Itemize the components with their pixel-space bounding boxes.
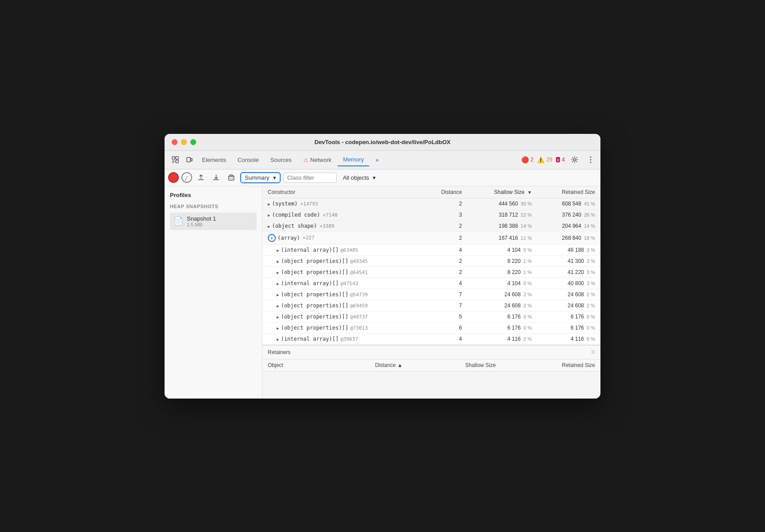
retainers-menu-icon[interactable]: ≡ [591,348,595,356]
minimize-button[interactable] [181,139,187,145]
constructor-id: @47543 [340,281,358,286]
upload-icon[interactable] [195,171,207,184]
col-constructor[interactable]: Constructor [262,186,422,198]
retained-size-cell: 4 1160 % [537,333,600,344]
constructor-cell: ▶(internal array)[]@39637 [262,333,422,344]
table-row[interactable]: ▶(object properties)[]@6454128 2201 %41 … [262,266,600,278]
table-row[interactable]: ▶(object properties)[]@4873756 1760 %6 1… [262,311,600,322]
tab-memory[interactable]: Memory [338,153,369,166]
all-objects-dropdown[interactable]: All objects ▾ [343,174,376,181]
tab-network[interactable]: ⚠Network [298,154,337,166]
shallow-size-pct: 0 % [523,314,532,319]
collect-garbage-icon[interactable] [225,171,238,184]
download-icon[interactable] [210,171,222,184]
constructor-name: (object properties)[] [281,258,348,264]
col-retained-size[interactable]: Retained Size [537,186,600,198]
toolbar-right: 🔴 2 ⚠️ 29 x 4 [521,153,597,166]
retained-size-pct: 18 % [584,235,595,241]
retained-size-pct: 0 % [587,325,595,330]
constructor-name: (object shape) [272,223,317,229]
table-row[interactable]: ▾(array)×2272167 41611 %268 84018 % [262,231,600,244]
distance-cell: 4 [422,333,467,344]
shallow-size-pct: 22 % [521,212,532,218]
child-expand-arrow-icon[interactable]: ▶ [277,315,279,319]
constructor-cell: ▶(object properties)[]@73013 [262,322,422,333]
heap-table[interactable]: Constructor Distance Shallow Size ▼ Reta… [262,186,600,345]
table-row[interactable]: ▶(object properties)[]@4934528 2201 %41 … [262,255,600,266]
settings-icon[interactable] [568,153,581,166]
table-row[interactable]: ▶(internal array)[]@4754344 1040 %40 800… [262,278,600,289]
retainers-col-retained[interactable]: Retained Size [501,359,600,371]
constructor-name: (array) [278,234,300,241]
tab-sources[interactable]: Sources [265,154,297,166]
constructor-cell: ▶(object shape)×3389 [262,220,422,231]
close-button[interactable] [172,139,177,145]
constructor-count: ×227 [303,235,315,241]
array-expand-icon[interactable]: ▾ [268,234,276,242]
child-expand-arrow-icon[interactable]: ▶ [277,293,279,297]
clear-button[interactable]: | [181,172,192,183]
tab-elements[interactable]: Elements [197,154,231,166]
retainers-table: Object Distance ▲ Shallow Size Retained … [262,359,600,371]
heap-snapshots-label: HEAP SNAPSHOTS [170,204,257,209]
retainers-data-table: Object Distance ▲ Shallow Size Retained … [262,359,600,371]
tab-more[interactable]: » [370,154,384,166]
retainers-col-distance[interactable]: Distance ▲ [322,359,408,371]
child-expand-arrow-icon[interactable]: ▶ [277,304,279,308]
retained-size-pct: 0 % [587,336,595,342]
expand-arrow-icon[interactable]: ▶ [268,224,270,229]
inspector-icon[interactable] [169,153,181,166]
table-row[interactable]: ▶(compiled code)×71403318 71222 %376 240… [262,209,600,220]
expand-arrow-icon[interactable]: ▶ [268,202,270,206]
expand-arrow-icon[interactable]: ▶ [268,213,270,218]
retained-size-value: 376 240 [562,212,581,218]
col-shallow-size[interactable]: Shallow Size ▼ [467,186,537,198]
table-row[interactable]: ▶(object properties)[]@54739724 6082 %24… [262,289,600,300]
traffic-lights [172,139,196,145]
child-expand-arrow-icon[interactable]: ▶ [277,326,279,330]
constructor-id: @64541 [350,270,368,275]
warning-icon: ⚠️ [537,156,544,163]
distance-cell: 3 [422,209,467,220]
snapshot-item[interactable]: 📄 Snapshot 1 1.5 MB [170,213,257,230]
child-expand-arrow-icon[interactable]: ▶ [277,248,279,253]
table-row[interactable]: ▶(internal array)[]@3963744 1160 %4 1160… [262,333,600,344]
constructor-id: @63485 [340,247,358,253]
table-row[interactable]: ▶(internal array)[]@6348544 1040 %46 188… [262,244,600,255]
other-icon: x [556,157,560,162]
child-expand-arrow-icon[interactable]: ▶ [277,259,279,264]
device-toolbar-icon[interactable] [183,153,196,166]
constructor-cell: ▶(system)×14793 [262,198,422,209]
constructor-name: (object properties)[] [281,302,348,309]
other-badge: x 4 [556,157,565,163]
shallow-size-cell: 8 2201 % [467,255,537,266]
more-options-icon[interactable] [584,153,597,166]
record-button[interactable] [168,172,179,183]
snapshot-info: Snapshot 1 1.5 MB [187,215,216,227]
summary-dropdown[interactable]: Summary ▾ [240,172,281,183]
retainers-col-object[interactable]: Object [262,359,322,371]
child-expand-arrow-icon[interactable]: ▶ [277,337,279,342]
retained-size-cell: 6 1760 % [537,322,600,333]
table-row[interactable]: ▶(object properties)[]@7301366 1760 %6 1… [262,322,600,333]
svg-rect-11 [229,176,234,180]
warning-badge: ⚠️ 29 [537,156,552,163]
class-filter-input[interactable] [283,173,337,183]
retainers-col-shallow[interactable]: Shallow Size [408,359,501,371]
svg-rect-5 [187,157,190,162]
all-objects-arrow-icon: ▾ [373,174,376,181]
child-expand-arrow-icon[interactable]: ▶ [277,282,279,286]
child-expand-arrow-icon[interactable]: ▶ [277,270,279,275]
constructor-cell: ▶(compiled code)×7140 [262,209,422,220]
error-badge: 🔴 2 [521,156,534,163]
tab-console[interactable]: Console [232,154,264,166]
table-row[interactable]: ▶(object shape)×33892198 38814 %204 9641… [262,220,600,231]
snapshot-name: Snapshot 1 [187,215,216,222]
shallow-size-value: 444 560 [499,201,518,207]
col-distance[interactable]: Distance [422,186,467,198]
retained-size-cell: 6 1760 % [537,311,600,322]
table-row[interactable]: ▶(object properties)[]@69459724 6082 %24… [262,300,600,311]
constructor-name: (object properties)[] [281,269,348,275]
fullscreen-button[interactable] [190,139,196,145]
table-row[interactable]: ▶(system)×147932444 56030 %608 54841 % [262,198,600,209]
